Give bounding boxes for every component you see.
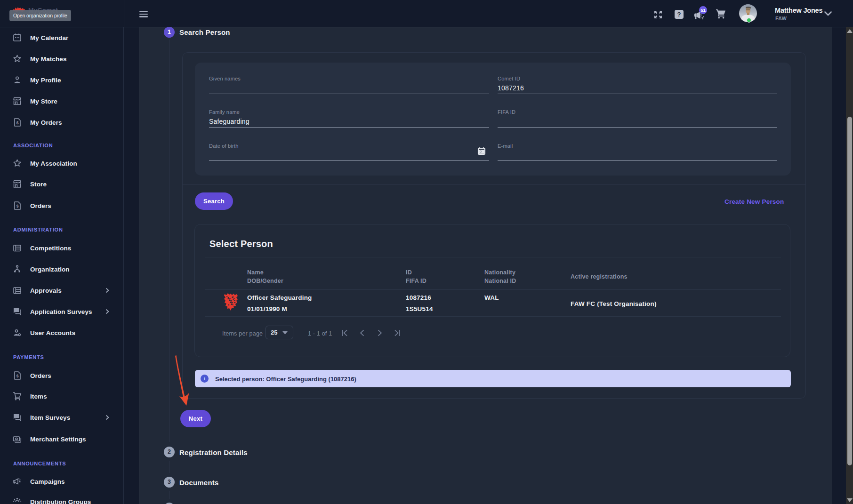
svg-text:$: $ — [16, 204, 19, 208]
svg-text:$: $ — [16, 374, 19, 378]
svg-text:$: $ — [16, 120, 19, 125]
